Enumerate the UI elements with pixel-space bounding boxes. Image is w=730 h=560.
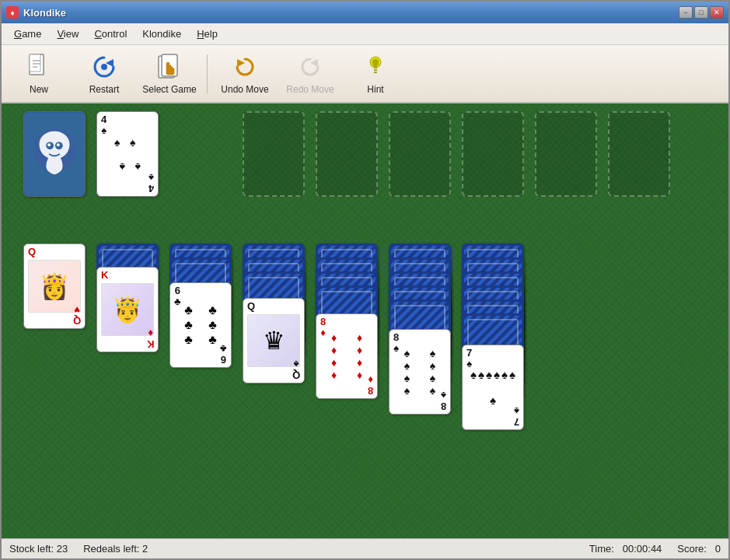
card-rank-br: Q♥ bbox=[73, 303, 81, 326]
restart-button[interactable]: Restart bbox=[73, 49, 135, 99]
svg-text:♠: ♠ bbox=[134, 161, 141, 173]
redeals-left: Redeals left: 2 bbox=[83, 543, 148, 555]
card-rank-br: 6♣ bbox=[220, 342, 227, 365]
new-button[interactable]: New bbox=[8, 49, 70, 99]
card-rank-br: K♦ bbox=[147, 327, 154, 349]
minimize-button[interactable]: − bbox=[679, 6, 693, 19]
menu-control[interactable]: Control bbox=[86, 25, 134, 43]
statusbar-left: Stock left: 23 Redeals left: 2 bbox=[9, 543, 148, 555]
stock-pile[interactable] bbox=[23, 111, 86, 197]
svg-rect-13 bbox=[374, 72, 377, 73]
select-game-icon bbox=[155, 53, 183, 81]
foundation-2[interactable] bbox=[316, 111, 378, 197]
svg-text:♠: ♠ bbox=[114, 136, 121, 149]
hint-button[interactable]: Hint bbox=[344, 49, 407, 99]
foundation-5[interactable] bbox=[535, 111, 597, 197]
select-game-button[interactable]: Select Game bbox=[138, 49, 201, 99]
score-display: Score: 0 bbox=[677, 543, 721, 555]
card-illustration: 🤴 bbox=[101, 283, 154, 336]
maximize-button[interactable]: □ bbox=[694, 6, 708, 19]
time-display: Time: 00:00:44 bbox=[589, 543, 662, 555]
hint-label: Hint bbox=[367, 84, 383, 95]
svg-point-6 bbox=[101, 64, 107, 70]
menu-game[interactable]: Game bbox=[6, 25, 49, 43]
waste-4-spades[interactable]: 4♠ ♠ ♠ ♠ ♠ 4♠ bbox=[96, 111, 159, 197]
game-area[interactable]: 4♠ ♠ ♠ ♠ ♠ 4♠ Q♥ 👸 Q♥ bbox=[2, 103, 728, 538]
stock-left: Stock left: 23 bbox=[9, 543, 68, 555]
svg-marker-10 bbox=[310, 59, 318, 67]
statusbar: Stock left: 23 Redeals left: 2 Time: 00:… bbox=[2, 538, 728, 558]
tableau-col4-queen-spades[interactable]: Q♠ ♛ Q♠ bbox=[243, 298, 305, 383]
tableau-col6-8-spades[interactable]: 8♠ ♠♠ ♠♠ ♠♠ ♠♠ 8♠ bbox=[389, 329, 451, 415]
undo-move-label: Undo Move bbox=[221, 84, 268, 95]
card-pips: ♠♠♠ ♠♠♠ ♠ bbox=[467, 362, 519, 412]
card-pips: ♣♣ ♣♣ ♣♣ bbox=[176, 303, 225, 348]
foundation-4[interactable] bbox=[462, 111, 524, 197]
svg-point-19 bbox=[57, 143, 60, 146]
new-label: New bbox=[30, 84, 48, 95]
card-rank-br: 4♠ bbox=[148, 171, 154, 194]
card-rank-tl: 4♠ bbox=[101, 114, 107, 137]
main-window: ♦ Klondike − □ ✕ Game View Control Klond… bbox=[0, 0, 730, 560]
titlebar-buttons: − □ ✕ bbox=[679, 6, 724, 19]
close-button[interactable]: ✕ bbox=[710, 6, 724, 19]
foundation-6[interactable] bbox=[608, 111, 670, 197]
window-title: Klondike bbox=[23, 7, 66, 19]
redo-move-button[interactable]: Redo Move bbox=[279, 49, 341, 99]
tableau-col2-king-diamonds[interactable]: K♦ 🤴 K♦ bbox=[96, 267, 159, 352]
tableau-col5-8-diamonds[interactable]: 8♦ ♦♦ ♦♦ ♦♦ ♦♦ 8♦ bbox=[316, 313, 378, 399]
svg-marker-9 bbox=[237, 59, 245, 67]
svg-rect-1 bbox=[30, 54, 40, 72]
card-rank-br: Q♠ bbox=[292, 358, 300, 380]
redo-icon bbox=[296, 53, 324, 81]
card-rank-br: 8♠ bbox=[441, 389, 446, 411]
svg-text:♠: ♠ bbox=[130, 136, 136, 149]
undo-icon bbox=[231, 53, 259, 81]
tableau-col3-6-clubs[interactable]: 6♣ ♣♣ ♣♣ ♣♣ 6♣ bbox=[169, 282, 232, 368]
card-pips: ♦♦ ♦♦ ♦♦ ♦♦ bbox=[321, 331, 372, 381]
toolbar: New Restart Sel bbox=[2, 45, 728, 103]
svg-text:♠: ♠ bbox=[119, 161, 125, 173]
redo-move-label: Redo Move bbox=[286, 84, 334, 95]
menu-klondike[interactable]: Klondike bbox=[134, 25, 189, 43]
foundation-1[interactable] bbox=[243, 111, 305, 197]
statusbar-right: Time: 00:00:44 Score: 0 bbox=[589, 543, 721, 555]
menu-view[interactable]: View bbox=[49, 25, 86, 43]
menu-help[interactable]: Help bbox=[189, 25, 225, 43]
tableau-col7-7-spades[interactable]: 7♠ ♠♠♠ ♠♠♠ ♠ 7♠ bbox=[462, 345, 524, 430]
card-pips: ♠♠ ♠♠ ♠♠ ♠♠ bbox=[394, 347, 445, 397]
restart-label: Restart bbox=[89, 84, 120, 95]
titlebar: ♦ Klondike − □ ✕ bbox=[2, 2, 728, 23]
svg-point-18 bbox=[47, 143, 51, 146]
tableau-col1-queen-hearts[interactable]: Q♥ 👸 Q♥ bbox=[23, 243, 86, 329]
hint-icon bbox=[362, 53, 389, 81]
undo-move-button[interactable]: Undo Move bbox=[214, 49, 276, 99]
select-game-label: Select Game bbox=[142, 84, 196, 95]
titlebar-left: ♦ Klondike bbox=[6, 6, 66, 19]
app-icon: ♦ bbox=[6, 6, 19, 19]
toolbar-separator bbox=[207, 54, 208, 93]
foundation-3[interactable] bbox=[389, 111, 451, 197]
new-icon bbox=[25, 53, 53, 81]
card-rank-br: 8♦ bbox=[368, 373, 373, 396]
card-rank-br: 7♠ bbox=[514, 404, 519, 427]
restart-icon bbox=[90, 53, 118, 81]
menubar: Game View Control Klondike Help bbox=[2, 23, 728, 45]
svg-rect-12 bbox=[374, 69, 377, 71]
